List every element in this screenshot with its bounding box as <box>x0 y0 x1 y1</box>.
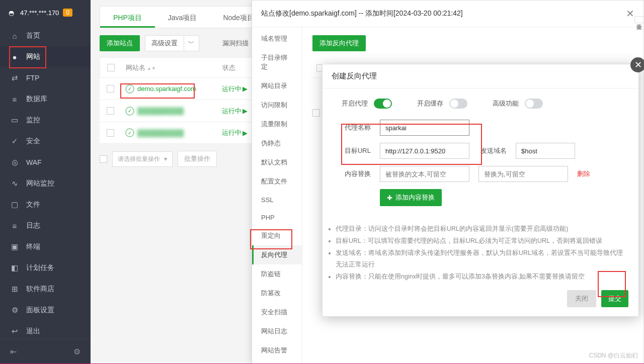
toggle-cache[interactable] <box>449 99 467 109</box>
row-checkbox[interactable] <box>107 85 114 93</box>
sidebar-header: ◓ 47.***.***.170 0 <box>0 0 91 25</box>
toggle-row: 开启代理 开启缓存 高级功能 <box>342 99 619 109</box>
sidebar-item-waf[interactable]: ◎WAF <box>0 152 91 173</box>
play-icon: ▶ <box>243 129 248 137</box>
cron-icon: ◧ <box>10 263 19 272</box>
batch-checkbox[interactable] <box>100 155 107 163</box>
menu-tamper[interactable]: 防篡改 <box>252 284 302 303</box>
add-content-replace-button[interactable]: ✚添加内容替换 <box>380 189 442 206</box>
close-button[interactable]: 关闭 <box>567 290 596 307</box>
sidebar-item-security[interactable]: ✓安全 <box>0 131 91 152</box>
close-icon[interactable]: ✕ <box>626 8 634 20</box>
sidebar-item-label: 终端 <box>26 242 40 251</box>
sidebar-item-website[interactable]: ●网站 <box>0 46 91 67</box>
menu-sitedir[interactable]: 网站目录 <box>252 76 302 96</box>
enterprise-tag[interactable]: 企业版 <box>634 16 644 23</box>
site-name-cell[interactable]: ✓demo.sparkaigf.com <box>125 84 211 94</box>
sidebar-item-sitemonitor[interactable]: ∿网站监控 <box>0 173 91 194</box>
sidebar-item-monitor[interactable]: ▭监控 <box>0 110 91 131</box>
sidebar-item-home[interactable]: ⌂首页 <box>0 25 91 46</box>
menu-reverseproxy[interactable]: 反向代理 <box>252 245 302 264</box>
tab-java[interactable]: Java项目 <box>155 7 210 28</box>
sidebar-item-store[interactable]: ⊞软件商店 <box>0 279 91 300</box>
add-site-button[interactable]: 添加站点 <box>100 35 140 51</box>
toggle-cache-label: 开启缓存 <box>417 99 443 108</box>
menu-sitelog[interactable]: 网站日志 <box>252 322 302 341</box>
security-icon: ✓ <box>10 137 19 146</box>
play-icon: ▶ <box>243 85 248 93</box>
database-icon: ≡ <box>10 95 19 104</box>
proxy-filter-checkbox[interactable] <box>312 109 320 117</box>
sidebar-item-logs[interactable]: ≡日志 <box>0 215 91 236</box>
menu-redirect[interactable]: 重定向 <box>252 226 302 245</box>
menu-php[interactable]: PHP <box>252 209 302 226</box>
label-content-replace: 内容替换 <box>342 169 371 178</box>
menu-access[interactable]: 访问限制 <box>252 96 302 115</box>
site-name-cell[interactable]: ✓██████████ <box>125 107 211 116</box>
advanced-dropdown[interactable]: ﹀ <box>184 35 199 51</box>
sitemonitor-icon: ∿ <box>10 179 19 188</box>
shield-icon: ◓ <box>7 9 15 17</box>
row-checkbox[interactable] <box>107 107 114 115</box>
add-reverse-proxy-button[interactable]: 添加反向代理 <box>312 35 366 51</box>
input-target-url[interactable] <box>380 143 469 159</box>
alert-badge[interactable]: 0 <box>63 9 72 17</box>
terminal-icon: ▣ <box>10 242 19 251</box>
play-icon: ▶ <box>243 107 248 115</box>
settings-gear-icon[interactable]: ⚙ <box>73 347 80 356</box>
menu-ssl[interactable]: SSL <box>252 191 302 209</box>
col-status[interactable]: 状态 <box>222 63 235 72</box>
modal2-footer: 关闭 提交 <box>323 283 638 309</box>
sidebar-item-ftp[interactable]: ⇄FTP <box>0 67 91 88</box>
sidebar-item-label: FTP <box>26 74 39 82</box>
menu-traffic[interactable]: 流量限制 <box>252 115 302 134</box>
sidebar-item-settings[interactable]: ⚙面板设置 <box>0 300 91 321</box>
batch-select[interactable]: 请选择批量操作▾ <box>112 151 173 167</box>
input-replace-from[interactable] <box>380 166 469 182</box>
tip-item: 发送域名：将域名添加到请求头传递到代理服务器，默认为目标URL域名，若设置不当可… <box>336 247 624 271</box>
input-send-domain[interactable] <box>516 143 575 159</box>
menu-domain[interactable]: 域名管理 <box>252 29 302 48</box>
toggle-proxy[interactable] <box>374 99 392 109</box>
toggle-advanced[interactable] <box>525 99 543 109</box>
sidebar-item-label: 数据库 <box>26 95 47 104</box>
menu-subdir[interactable]: 子目录绑定 <box>252 48 302 76</box>
submit-button[interactable]: 提交 <box>601 290 628 307</box>
tab-php[interactable]: PHP项目 <box>100 7 155 28</box>
sidebar: ◓ 47.***.***.170 0 ⌂首页 ●网站 ⇄FTP ≡数据库 ▭监控… <box>0 0 91 364</box>
gear-icon: ⚙ <box>10 306 19 315</box>
waf-icon: ◎ <box>10 158 19 167</box>
home-icon: ⌂ <box>10 32 19 40</box>
menu-config[interactable]: 配置文件 <box>252 172 302 191</box>
input-replace-to[interactable] <box>478 166 568 182</box>
sidebar-item-cron[interactable]: ◧计划任务 <box>0 257 91 279</box>
select-all-checkbox[interactable] <box>107 64 115 71</box>
chevron-down-icon: ▾ <box>164 155 167 162</box>
sidebar-item-label: 软件商店 <box>26 285 54 294</box>
menu-sitealert[interactable]: 网站告警 <box>252 341 302 360</box>
sidebar-item-terminal[interactable]: ▣终端 <box>0 236 91 257</box>
menu-defaultdoc[interactable]: 默认文档 <box>252 153 302 172</box>
site-name-cell[interactable]: ✓██████████ <box>125 128 211 137</box>
collapse-icon[interactable]: ⇤ <box>10 347 17 356</box>
vuln-label: 漏洞扫描 <box>222 39 249 48</box>
sidebar-item-label: 日志 <box>26 221 40 230</box>
status-running: 运行中▶ <box>222 128 248 137</box>
sidebar-item-database[interactable]: ≡数据库 <box>0 88 91 110</box>
delete-replace-button[interactable]: 删除 <box>577 169 590 178</box>
menu-antilink[interactable]: 防盗链 <box>252 264 302 284</box>
row-checkbox[interactable] <box>107 129 114 137</box>
batch-action-button[interactable]: 批量操作 <box>178 151 217 167</box>
tip-item: 目标URL：可以填写你需要代理的站点，目标URL必须为可正常访问的URL，否则将… <box>336 235 624 247</box>
close-icon[interactable]: ✕ <box>630 57 644 72</box>
status-running: 运行中▶ <box>222 107 248 116</box>
advanced-settings-button[interactable]: 高级设置 <box>145 35 184 51</box>
menu-rewrite[interactable]: 伪静态 <box>252 134 302 153</box>
menu-other[interactable]: 其他设置 <box>252 360 302 363</box>
input-proxy-name[interactable] <box>380 120 469 136</box>
sidebar-item-files[interactable]: ▢文件 <box>0 194 91 215</box>
status-running: 运行中▶ <box>222 84 248 94</box>
menu-scan[interactable]: 安全扫描 <box>252 303 302 322</box>
col-sitename[interactable]: 网站名▲▼ <box>126 63 211 72</box>
tip-item: 代理目录：访问这个目录时将会把目标URL的内容返回并显示(需要开启高级功能) <box>336 223 624 235</box>
